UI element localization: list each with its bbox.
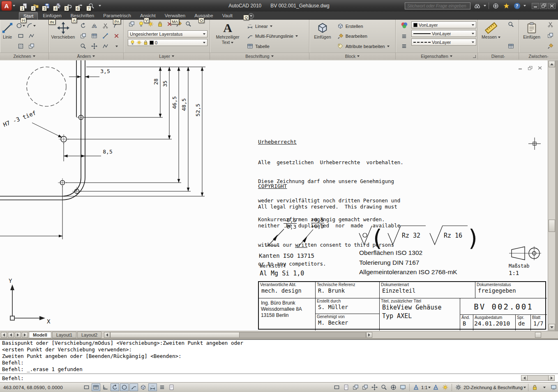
annotation-scale-value[interactable]: 1:1 <box>421 385 427 390</box>
panel-label-eigenschaften[interactable]: Eigenschaften <box>396 53 477 60</box>
communication-center-button[interactable] <box>491 2 500 9</box>
qat-open-button[interactable]: 2 <box>32 2 39 9</box>
panel-label-aendern[interactable]: Ändern <box>49 53 123 60</box>
help-caret-icon[interactable] <box>523 5 526 7</box>
quick-calc-button[interactable] <box>508 43 514 51</box>
ortho-toggle[interactable] <box>101 383 110 391</box>
array-tool-button[interactable] <box>91 33 97 39</box>
command-input[interactable]: Befehl: <box>0 374 493 383</box>
vertical-scrollbar[interactable] <box>548 60 555 331</box>
tab-modell[interactable]: Modell <box>29 332 51 338</box>
snap-toggle[interactable] <box>82 383 91 391</box>
linear-dimension-button[interactable]: Linear <box>246 21 307 31</box>
rotate-tool-button[interactable] <box>80 23 86 29</box>
tab-einfuegen[interactable]: Einfügen <box>39 12 65 20</box>
viewport-close-button[interactable] <box>537 65 543 71</box>
horizontal-scrollbar[interactable] <box>104 332 372 338</box>
layer-combo[interactable]: 0 <box>128 39 208 46</box>
cmd-scroll-track[interactable] <box>528 375 548 381</box>
polar-toggle[interactable] <box>111 383 119 391</box>
status-menu-button[interactable] <box>540 383 549 391</box>
plotstyle-button[interactable] <box>401 43 407 51</box>
toolbar-lock-button[interactable] <box>530 383 539 391</box>
coordinates-display[interactable]: 463.0074, 68.0590, 0.0000 <box>3 385 63 390</box>
dyn-toggle[interactable] <box>148 383 157 391</box>
cmd-scroll-right-button[interactable] <box>548 375 555 381</box>
help-button[interactable]: ? <box>513 2 521 9</box>
dialog-launcher-icon[interactable] <box>473 55 476 58</box>
line-button[interactable]: Linie <box>1 21 14 52</box>
offset-tool-button[interactable] <box>102 33 108 39</box>
panel-label-layer[interactable]: Layer <box>124 53 210 60</box>
workspace-switcher[interactable]: 2D-Zeichnung & Beschriftung <box>454 383 526 391</box>
stretch-tool-button[interactable] <box>91 43 97 49</box>
qp-toggle[interactable] <box>167 383 176 391</box>
model-button[interactable] <box>332 383 341 391</box>
scale-tool-button[interactable] <box>80 43 86 49</box>
layout-bar-button[interactable] <box>535 332 541 338</box>
cut-button[interactable] <box>547 21 553 29</box>
quickview-layouts-button[interactable] <box>351 383 360 391</box>
qat-preview-button[interactable]: 7 <box>88 2 95 9</box>
chevron-down-icon[interactable] <box>428 387 431 388</box>
layer-off-button[interactable] <box>138 21 144 29</box>
edit-block-button[interactable]: Bearbeiten <box>336 32 394 41</box>
steering-wheel-button[interactable] <box>389 383 398 391</box>
osnap-toggle[interactable] <box>120 383 129 391</box>
ducs-toggle[interactable] <box>139 383 148 391</box>
annotation-scale-button[interactable] <box>412 383 420 391</box>
region-tool-button[interactable] <box>28 43 35 49</box>
viewport-minimize-button[interactable] <box>517 65 523 71</box>
next-tab-button[interactable] <box>15 332 21 338</box>
pan-button[interactable] <box>370 383 379 391</box>
search-button[interactable] <box>473 2 481 9</box>
linetype-combo[interactable]: VonLayer <box>411 39 476 46</box>
viewport-restore-button[interactable] <box>527 65 533 71</box>
hatch-tool-button[interactable] <box>18 43 24 49</box>
qat-customize-caret-icon[interactable] <box>99 5 101 7</box>
qat-undo-button[interactable]: 5 <box>65 2 73 9</box>
tab-layout1[interactable]: Layout1 <box>52 332 76 338</box>
measure-button[interactable]: Messen <box>479 21 503 52</box>
hscroll-left-button[interactable] <box>104 332 110 338</box>
clean-screen-button[interactable] <box>549 383 558 391</box>
annotation-visibility-button[interactable] <box>431 383 440 391</box>
arc-tool-button[interactable] <box>27 23 36 29</box>
scroll-down-button[interactable] <box>549 324 555 330</box>
favorites-button[interactable] <box>502 2 510 9</box>
command-scrollbar[interactable] <box>521 375 555 381</box>
create-block-button[interactable]: Erstellen <box>336 21 394 31</box>
paste-button[interactable]: Einfügen <box>520 21 543 52</box>
quick-select-button[interactable] <box>508 21 514 29</box>
erase-tool-button[interactable] <box>113 33 120 39</box>
mirror-tool-button[interactable] <box>91 23 97 29</box>
application-menu-button[interactable]: A <box>1 1 12 11</box>
tab-vault[interactable]: Vault <box>218 12 237 20</box>
panel-label-block[interactable]: Block <box>309 53 395 60</box>
first-tab-button[interactable] <box>1 332 7 338</box>
otrack-toggle[interactable] <box>129 383 138 391</box>
panel-label-zeichnen[interactable]: Zeichnen <box>0 53 48 60</box>
panel-label-beschriftung[interactable]: Beschriftung <box>210 53 309 60</box>
edit-attributes-button[interactable]: Attribute bearbeiten <box>336 41 394 51</box>
search-input[interactable] <box>405 2 470 9</box>
lineweight-combo[interactable]: VonLayer <box>411 30 476 37</box>
annotation-autoscale-button[interactable] <box>441 383 450 391</box>
copy-tool-button[interactable] <box>80 33 86 39</box>
horizontal-scroll-track[interactable] <box>240 332 366 338</box>
circle-tool-button[interactable] <box>16 23 25 29</box>
insert-block-button[interactable]: Einfügen <box>311 21 334 52</box>
horizontal-scroll-thumb[interactable] <box>110 332 240 338</box>
match-properties-button[interactable] <box>547 43 553 51</box>
close-button[interactable] <box>548 3 556 9</box>
polyline-tool-button[interactable] <box>28 33 35 39</box>
vertical-scroll-thumb[interactable] <box>549 220 555 232</box>
layer-state-combo[interactable]: Ungesicherter Layerstatus <box>128 30 208 37</box>
layer-lock-button[interactable] <box>157 21 163 29</box>
qat-plot-button[interactable]: 4 <box>54 2 62 9</box>
show-motion-button[interactable] <box>399 383 407 391</box>
prev-tab-button[interactable] <box>8 332 14 338</box>
restore-button[interactable] <box>540 3 547 9</box>
color-combo[interactable]: VonLayer <box>411 21 476 28</box>
table-button[interactable]: Tabelle <box>246 41 307 51</box>
